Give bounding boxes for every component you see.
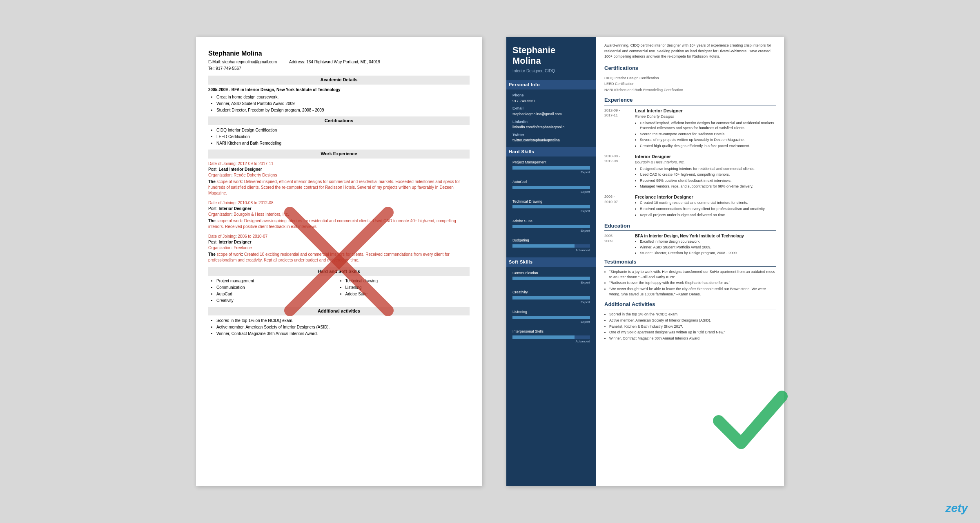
skills-list: Project management Communication AutoCad… — [216, 278, 470, 304]
exp-entry-3: 2006 - 2010-07 Freelance Interior Design… — [604, 194, 776, 218]
right-resume: StephanieMolina Interior Designer, CIDQ … — [506, 37, 784, 486]
additional-activities-list: Scored in the top 1% on the NCIDQ exam. … — [609, 312, 776, 341]
cert-section-title: Certifications — [208, 116, 470, 125]
skill-communication: Communication Expert — [512, 270, 590, 285]
twitter-field: Twitter twitter.com/stephanieqmolina — [512, 132, 590, 143]
additional-section-title: Additional activities — [208, 307, 470, 315]
skill-listening: Listening Expert — [512, 309, 590, 324]
education-title: Education — [604, 222, 776, 231]
edu-entry-1: 2005 - 2009 BFA in Interior Design, New … — [604, 233, 776, 256]
list-item: Created high-quality designs efficiently… — [640, 143, 776, 149]
list-item: NARI Kitchen and Bath Remodeling — [216, 141, 470, 146]
list-item: Active member, American Society of Inter… — [609, 318, 776, 323]
cert-bullets: CIDQ Interior Design Certification LEED … — [216, 127, 470, 146]
summary-text: Award-winning, CIDQ certified interior d… — [604, 43, 776, 60]
list-item: Scored in the top 1% on the NCIDQ exam. — [216, 318, 470, 324]
testimonial-item: "Stephanie is a joy to work with. Her de… — [609, 269, 776, 279]
skill-autocad: AutoCad Expert — [512, 179, 590, 194]
candidate-name-right: StephanieMolina — [512, 45, 590, 67]
cert-item: LEED Certification — [604, 81, 776, 87]
skill-adobe-suite: Adobe Suite Expert — [512, 219, 590, 233]
header-contact-row1: E-Mail: stephanieqmolina@gmail.com Addre… — [208, 59, 470, 65]
header-contact-row2: Tel: 917-749-5567 — [208, 66, 470, 72]
list-item: Adobe Suite — [345, 291, 470, 297]
academic-content: 2005-2009 - BFA in Interior Design, New … — [208, 87, 470, 113]
resume-sidebar: StephanieMolina Interior Designer, CIDQ … — [506, 37, 596, 486]
list-item: Student Director, Freedom by Design prog… — [216, 107, 470, 113]
resume-main: Award-winning, CIDQ certified interior d… — [596, 37, 784, 486]
list-item: Managed vendors, reps, and subcontractor… — [640, 184, 755, 189]
list-item: Excelled in home design coursework. — [640, 239, 744, 244]
testimonial-item: "Radisson is over-the-top happy with the… — [609, 280, 776, 286]
list-item: Received commendations from every client… — [640, 206, 765, 212]
exp-entry-2: 2010-08 - 2012-08 Interior Designer Bour… — [604, 154, 776, 190]
soft-skills-title: Soft Skills — [506, 257, 596, 267]
list-item: Several of my projects written up favora… — [640, 137, 776, 143]
certifications-list: CIDQ Interior Design Certification LEED … — [604, 76, 776, 93]
list-item: Listening — [345, 285, 470, 291]
work-section-title: Work Experience — [208, 150, 470, 158]
list-item: Designed awe-inspiring interiors for res… — [640, 166, 755, 172]
skill-creativity: Creativity Expert — [512, 290, 590, 304]
list-item: Winner, ASID Student Portfolio Award 200… — [216, 101, 470, 107]
list-item: Winner, Contract Magazine 38th Annual In… — [216, 331, 470, 337]
academic-section-title: Academic Details — [208, 76, 470, 84]
list-item: Panelist, Kitchen & Bath Industry Show 2… — [609, 324, 776, 329]
additional-list: Scored in the top 1% on the NCIDQ exam. … — [216, 318, 470, 337]
skill-technical-drawing: Technical Drawing Expert — [512, 199, 590, 214]
testimonials-list: "Stephanie is a joy to work with. Her de… — [609, 269, 776, 297]
page-container: Stephanie Molina E-Mail: stephanieqmolin… — [0, 0, 980, 523]
left-header: Stephanie Molina E-Mail: stephanieqmolin… — [208, 49, 470, 72]
certifications-title: Certifications — [604, 65, 776, 73]
experience-title: Experience — [604, 96, 776, 105]
list-item: Scored in the top 1% on the NCIDQ exam. — [609, 312, 776, 317]
list-item: Winner, Contract Magazine 38th Annual In… — [609, 336, 776, 341]
list-item: Kept all projects under budget and deliv… — [640, 212, 765, 218]
email-field: E-mail stephanieqmolina@gmail.com — [512, 106, 590, 116]
list-item: Created 10 exciting residential and comm… — [640, 200, 765, 206]
testimonials-title: Testimonials — [604, 258, 776, 267]
linkedin-field: LinkedIn linkedin.com/in/stephanieqmolin — [512, 119, 590, 130]
job-entry-3: Date of Joining: 2006 to 2010-07 Post: I… — [208, 234, 470, 263]
additional-title: Additional Activities — [604, 301, 776, 309]
list-item: One of my SoHo apartment designs was wri… — [609, 330, 776, 335]
exp-entry-1: 2012-09 - 2017-11 Lead Interior Designer… — [604, 108, 776, 150]
academic-bullets: Great in home design coursework. Winner,… — [216, 94, 470, 113]
skill-budgeting: Budgeting Advanced — [512, 238, 590, 253]
list-item: Technical drawing — [345, 278, 470, 284]
job-entry-1: Date of Joining: 2012-09 to 2017-11 Post… — [208, 161, 470, 196]
address: Address: 134 Rightward Way Portland, ME,… — [289, 59, 380, 65]
list-item: Project management — [216, 278, 341, 284]
list-item: Creativity — [216, 298, 341, 304]
list-item: Great in home design coursework. — [216, 94, 470, 100]
phone-field: Phone 917-749-5567 — [512, 93, 590, 103]
email-label: E-Mail: stephanieqmolina@gmail.com — [208, 59, 277, 65]
cert-item: NARI Kitchen and Bath Remodeling Certifi… — [604, 87, 776, 93]
testimonial-item: "We never thought we'd be able to leave … — [609, 286, 776, 297]
list-item: Delivered inspired, efficient interior d… — [640, 121, 776, 131]
list-item: CIDQ Interior Design Certification — [216, 127, 470, 133]
list-item: Student Director, Freedom by Design prog… — [640, 250, 744, 256]
list-item: Active member, American Society of Inter… — [216, 324, 470, 330]
hard-skills-title: Hard Skills — [506, 147, 596, 156]
list-item: AutoCad — [216, 291, 341, 297]
candidate-name: Stephanie Molina — [208, 49, 470, 58]
skill-project-management: Project Management Expert — [512, 160, 590, 174]
left-resume: Stephanie Molina E-Mail: stephanieqmolin… — [196, 37, 482, 486]
list-item: Used CAD to create 40+ high-end, compell… — [640, 172, 755, 177]
list-item: Communication — [216, 285, 341, 291]
personal-info-title: Personal Info — [506, 80, 596, 89]
list-item: Winner, ASID Student Portfolio Award 200… — [640, 245, 744, 250]
candidate-title: Interior Designer, CIDQ — [512, 68, 590, 74]
job-entry-2: Date of Joining: 2010-08 to 2012-08 Post… — [208, 200, 470, 230]
zety-logo: zety — [946, 502, 968, 515]
list-item: Received 99% positive client feedback in… — [640, 178, 755, 183]
cert-item: CIDQ Interior Design Certification — [604, 76, 776, 81]
right-resume-wrapper: StephanieMolina Interior Designer, CIDQ … — [506, 37, 784, 486]
skills-section-title: Hard and Soft Skills — [208, 267, 470, 276]
skill-interpersonal: Interpersonal Skills Advanced — [512, 329, 590, 344]
list-item: LEED Certification — [216, 134, 470, 140]
list-item: Scored the re-compete contract for Radis… — [640, 132, 776, 137]
